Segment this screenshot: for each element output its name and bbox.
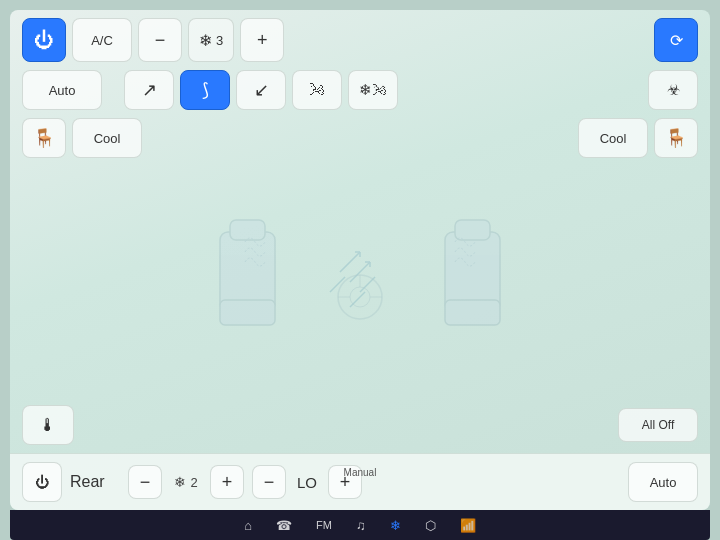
ac-button[interactable]: A/C — [72, 18, 132, 62]
fan-speed-value: 3 — [216, 33, 223, 48]
power-icon: ⏻ — [34, 29, 54, 52]
airflow-face-feet-icon: ⟆ — [202, 79, 209, 101]
rear-temp-display: LO — [292, 474, 322, 491]
fan-plus-icon: + — [257, 30, 268, 51]
right-cool-button[interactable]: Cool — [578, 118, 648, 158]
airflow-defrost2-button[interactable]: ❄🌬 — [348, 70, 398, 110]
taskbar: ⌂ ☎ FM ♫ ❄ ⬡ 📶 — [10, 510, 710, 540]
rear-controls-bar: ⏻ Rear − ❄ 2 + − LO + Auto — [10, 453, 710, 510]
rear-power-button[interactable]: ⏻ — [22, 462, 62, 502]
music-icon[interactable]: ♫ — [356, 518, 366, 533]
recirculate-icon: ⟳ — [670, 31, 683, 50]
left-seat-button[interactable]: 🪑 — [22, 118, 66, 158]
right-seat-button[interactable]: 🪑 — [654, 118, 698, 158]
all-off-label: All Off — [642, 418, 674, 432]
left-cool-button[interactable]: Cool — [72, 118, 142, 158]
rear-fan-minus-button[interactable]: − — [128, 465, 162, 499]
mode-label: Manual — [344, 467, 377, 478]
right-cool-label: Cool — [600, 131, 627, 146]
svg-line-6 — [340, 252, 360, 272]
fan-speed-display: ❄ 3 — [188, 18, 234, 62]
rear-fan-icon: ❄ — [174, 474, 186, 490]
radio-icon[interactable]: FM — [316, 519, 332, 531]
airflow-defrost2-icon: ❄🌬 — [359, 81, 387, 99]
bio-filter-button[interactable]: ☣ — [648, 70, 698, 110]
svg-rect-5 — [455, 220, 490, 240]
left-cool-label: Cool — [94, 131, 121, 146]
phone-icon[interactable]: ☎ — [276, 518, 292, 533]
svg-rect-1 — [220, 300, 275, 325]
car-visualization — [22, 166, 698, 397]
rear-temp-minus-button[interactable]: − — [252, 465, 286, 499]
steering-heat-button[interactable]: 🌡 — [22, 405, 74, 445]
steering-heat-icon: 🌡 — [39, 415, 57, 436]
svg-rect-4 — [445, 300, 500, 325]
fan-minus-button[interactable]: − — [138, 18, 182, 62]
rear-power-icon: ⏻ — [35, 474, 49, 490]
airflow-face-icon: ↗ — [142, 79, 157, 101]
rear-temp-minus-icon: − — [264, 472, 275, 493]
airflow-defrost1-icon: 🌬 — [309, 81, 325, 99]
rear-fan-display: ❄ 2 — [168, 474, 204, 490]
left-seat-icon: 🪑 — [33, 127, 55, 149]
airflow-diagram — [190, 212, 530, 352]
recirculate-button[interactable]: ⟳ — [654, 18, 698, 62]
power-button[interactable]: ⏻ — [22, 18, 66, 62]
bio-filter-icon: ☣ — [667, 81, 680, 99]
svg-rect-2 — [230, 220, 265, 240]
rear-fan-control: − ❄ 2 + — [128, 465, 244, 499]
rear-label: Rear — [70, 473, 120, 491]
auto-label: Auto — [49, 83, 76, 98]
rear-auto-button[interactable]: Auto — [628, 462, 698, 502]
climate-icon[interactable]: ❄ — [390, 518, 401, 533]
airflow-defrost1-button[interactable]: 🌬 — [292, 70, 342, 110]
rear-fan-speed: 2 — [190, 475, 197, 490]
auto-button[interactable]: Auto — [22, 70, 102, 110]
rear-fan-plus-icon: + — [222, 472, 233, 493]
ac-label: A/C — [91, 33, 113, 48]
wifi-icon[interactable]: 📶 — [460, 518, 476, 533]
airflow-face-feet-button[interactable]: ⟆ — [180, 70, 230, 110]
rear-auto-label: Auto — [650, 475, 677, 490]
airflow-controls: ↗ ⟆ ↙ 🌬 ❄🌬 — [124, 70, 398, 110]
fan-icon: ❄ — [199, 31, 212, 50]
right-seat-icon: 🪑 — [665, 127, 687, 149]
home-icon[interactable]: ⌂ — [244, 518, 252, 533]
all-off-button[interactable]: All Off — [618, 408, 698, 442]
airflow-face-button[interactable]: ↗ — [124, 70, 174, 110]
fan-plus-button[interactable]: + — [240, 18, 284, 62]
airflow-feet-button[interactable]: ↙ — [236, 70, 286, 110]
fan-minus-icon: − — [155, 30, 166, 51]
rear-fan-plus-button[interactable]: + — [210, 465, 244, 499]
rear-fan-minus-icon: − — [140, 472, 151, 493]
airflow-feet-icon: ↙ — [254, 79, 269, 101]
bluetooth-icon[interactable]: ⬡ — [425, 518, 436, 533]
svg-line-14 — [350, 292, 365, 307]
